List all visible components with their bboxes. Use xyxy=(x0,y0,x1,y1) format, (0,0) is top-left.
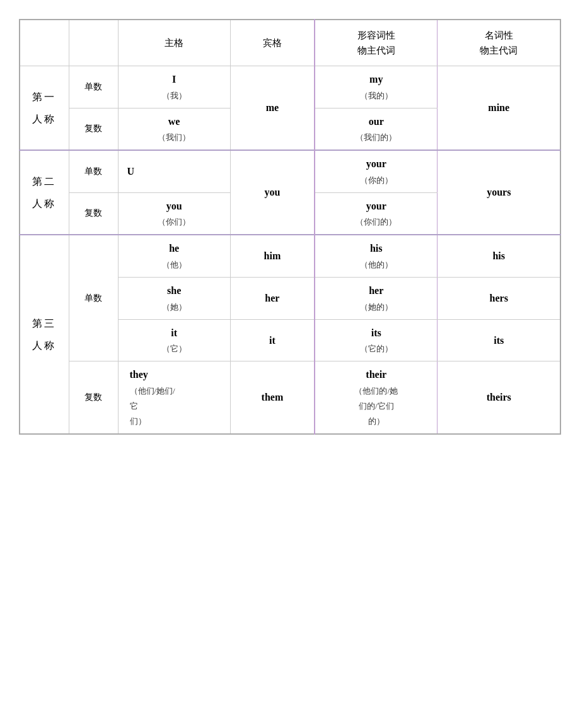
header-noun-poss: 名词性 物主代词 xyxy=(438,20,560,66)
number-label: 单数 xyxy=(69,66,118,109)
noun-poss-cell: hers xyxy=(438,277,560,319)
header-object: 宾格 xyxy=(230,20,315,66)
number-label: 单数 xyxy=(69,235,118,361)
pronoun-table-wrapper: 主格 宾格 形容词性 物主代词 名词性 物主代词 第一人称 xyxy=(19,19,561,435)
adj-poss-cell: my （我的） xyxy=(315,66,438,109)
noun-poss-cell: mine xyxy=(438,66,560,151)
number-label: 复数 xyxy=(69,361,118,434)
pronoun-table: 主格 宾格 形容词性 物主代词 名词性 物主代词 第一人称 xyxy=(19,19,561,435)
object-cell: him xyxy=(230,235,315,277)
subject-cell: you （你们） xyxy=(118,192,230,235)
subject-cell: they （他们/她们/ 它 们） xyxy=(118,361,230,434)
adj-poss-cell: his （他的） xyxy=(315,235,438,277)
subject-cell: I （我） xyxy=(118,66,230,109)
header-adj-poss: 形容词性 物主代词 xyxy=(315,20,438,66)
person-label-3: 第三人称 xyxy=(20,235,69,433)
subject-cell: it （它） xyxy=(118,319,230,361)
header-subject: 主格 xyxy=(118,20,230,66)
adj-poss-cell: our （我们的） xyxy=(315,108,438,150)
number-label: 复数 xyxy=(69,192,118,235)
subject-cell: U xyxy=(118,150,230,192)
header-empty-1 xyxy=(20,20,69,66)
number-label: 复数 xyxy=(69,108,118,150)
adj-poss-cell: her （她的） xyxy=(315,277,438,319)
object-cell: me xyxy=(230,66,315,151)
object-cell: her xyxy=(230,277,315,319)
header-empty-2 xyxy=(69,20,118,66)
subject-cell: he （他） xyxy=(118,235,230,277)
table-row: 复数 they （他们/她们/ 它 们） them their （他们的/她 们… xyxy=(20,361,560,434)
person-label-1: 第一人称 xyxy=(20,66,69,151)
noun-poss-cell: theirs xyxy=(438,361,560,434)
table-row: 第二人称 单数 U you your （你的） yours xyxy=(20,150,560,192)
object-cell: you xyxy=(230,150,315,235)
adj-poss-cell: your （你的） xyxy=(315,150,438,192)
adj-poss-cell: your （你们的） xyxy=(315,192,438,235)
noun-poss-cell: his xyxy=(438,235,560,277)
noun-poss-cell: its xyxy=(438,319,560,361)
person-label-2: 第二人称 xyxy=(20,150,69,235)
object-cell: them xyxy=(230,361,315,434)
subject-cell: we （我们） xyxy=(118,108,230,150)
table-row: 第三人称 单数 he （他） him his （他的） his xyxy=(20,235,560,277)
adj-poss-cell: its （它的） xyxy=(315,319,438,361)
noun-poss-cell: yours xyxy=(438,150,560,235)
object-cell: it xyxy=(230,319,315,361)
adj-poss-cell: their （他们的/她 们的/它们 的） xyxy=(315,361,438,434)
table-row: 第一人称 单数 I （我） me my （我的） mine xyxy=(20,66,560,109)
number-label: 单数 xyxy=(69,150,118,192)
subject-cell: she （她） xyxy=(118,277,230,319)
